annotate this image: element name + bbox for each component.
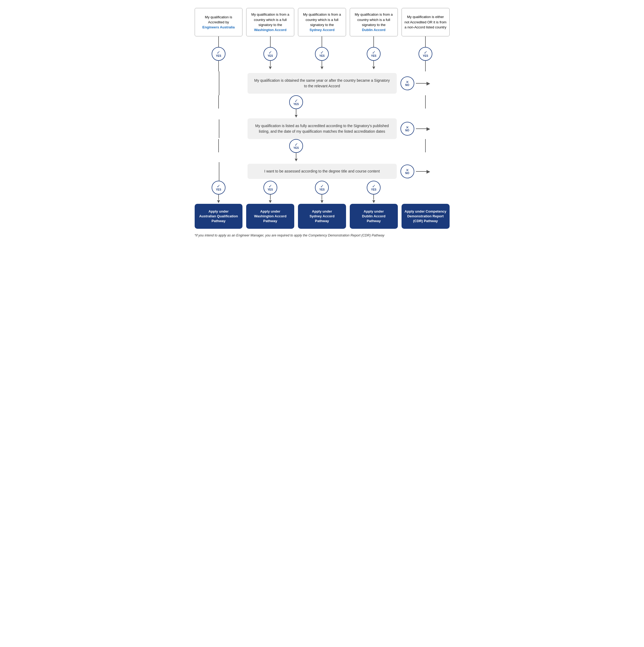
yes-circle-col3: ✓ YES — [315, 47, 329, 61]
top-box-2-text: My qualification is from a country which… — [251, 12, 289, 27]
top-box-1-text: My qualification isAccredited by — [205, 15, 233, 24]
yes-circle-mid2: ✓ YES — [289, 139, 303, 153]
no-label-2: NO — [405, 129, 409, 132]
yes-circle-outcome1: ✓ YES — [212, 181, 226, 195]
yes-circle-mid1: ✓ YES — [289, 95, 303, 109]
yes-circle-col4: ✓ YES — [367, 47, 381, 61]
arrow-right-1: ▶ — [427, 80, 430, 86]
yes-col5-connector: ✓ YES — [401, 37, 450, 71]
top-box-2: My qualification is from a country which… — [246, 8, 294, 37]
top-box-5-text: My qualification is either not Accredite… — [404, 14, 447, 30]
yes-col2-connector: ✓ YES ▼ — [246, 37, 294, 71]
yes-circle-outcome2: ✓ YES — [263, 181, 277, 195]
outcome-box-2[interactable]: Apply under Washington Accord Pathway — [246, 204, 294, 229]
mid-box-2: My qualification is listed as fully accr… — [248, 118, 397, 139]
arrow-col2: ▼ — [268, 65, 273, 70]
mid-box-3-text: I want to be assessed according to the d… — [264, 169, 380, 173]
no-circle-2: ✕ NO — [400, 122, 414, 136]
x-icon-1: ✕ — [406, 80, 409, 84]
check-icon-col3: ✓ — [320, 51, 324, 55]
mid-box-1: My qualification is obtained the same ye… — [248, 73, 397, 94]
washington-accord-link[interactable]: Washington Accord — [254, 28, 286, 32]
mid-box-3: I want to be assessed according to the d… — [248, 164, 397, 179]
x-icon-2: ✕ — [406, 126, 409, 129]
dublin-accord-link[interactable]: Dublin Accord — [362, 28, 385, 32]
outcome-box-5[interactable]: Apply under Competency Demonstration Rep… — [401, 204, 450, 229]
sydney-accord-link[interactable]: Sydney Accord — [309, 28, 334, 32]
outcome-box-2-text: Apply under Washington Accord Pathway — [254, 209, 286, 224]
yes-label-col1: YES — [216, 55, 221, 57]
yes-label-col3: YES — [319, 55, 325, 57]
yes-circle-col5: ✓ YES — [418, 47, 432, 61]
arrow-right-2: ▶ — [427, 126, 430, 132]
yes-label-col5: YES — [423, 55, 428, 57]
top-box-4-text: My qualification is from a country which… — [355, 12, 393, 27]
top-box-5: My qualification is either not Accredite… — [401, 8, 450, 37]
check-icon-col4: ✓ — [372, 51, 376, 55]
x-icon-3: ✕ — [406, 168, 409, 172]
top-boxes-row: My qualification isAccredited by Enginee… — [195, 8, 450, 37]
outcome-box-4-text: Apply under Dublin Accord Pathway — [362, 209, 385, 224]
yes-circle-outcome3: ✓ YES — [315, 181, 329, 195]
arrow-right-3: ▶ — [427, 168, 430, 174]
mid-box-1-text: My qualification is obtained the same ye… — [254, 78, 390, 88]
yes-col1-connector: ✓ YES — [195, 37, 243, 71]
yes-circle-col1: ✓ YES — [212, 47, 226, 61]
check-icon-col1: ✓ — [217, 51, 220, 55]
yes-col4-connector: ✓ YES ▼ — [350, 37, 398, 71]
top-box-1: My qualification isAccredited by Enginee… — [195, 8, 243, 37]
top-box-4: My qualification is from a country which… — [350, 8, 398, 37]
diagram-container: My qualification isAccredited by Enginee… — [195, 8, 450, 237]
arrow-col4: ▼ — [371, 65, 376, 70]
outcome-box-4[interactable]: Apply under Dublin Accord Pathway — [350, 204, 398, 229]
footer-text: *if you intend to apply as an Engineer M… — [195, 233, 385, 237]
no-label-1: NO — [405, 84, 409, 86]
top-box-3-text: My qualification is from a country which… — [303, 12, 341, 27]
yes-label-col2: YES — [268, 55, 273, 57]
check-icon-col2: ✓ — [268, 51, 272, 55]
mid-box-2-text: My qualification is listed as fully accr… — [255, 124, 389, 134]
check-icon-col5: ✓ — [424, 51, 427, 55]
yes-label-col4: YES — [371, 55, 376, 57]
yes-col3-connector: ✓ YES ▼ — [298, 37, 346, 71]
outcome-box-5-text: Apply under Competency Demonstration Rep… — [404, 209, 446, 224]
engineers-australia-link[interactable]: Engineers Australia — [202, 25, 235, 29]
arrow-mid2: ▼ — [294, 157, 299, 162]
outcome-box-1[interactable]: Apply under Australian Qualification Pat… — [195, 204, 243, 229]
top-box-3: My qualification is from a country which… — [298, 8, 346, 37]
no-label-3: NO — [405, 172, 409, 174]
arrow-mid1: ▼ — [294, 114, 299, 118]
outcome-box-3[interactable]: Apply under Sydney Accord Pathway — [298, 204, 346, 229]
outcome-box-1-text: Apply under Australian Qualification Pat… — [199, 209, 238, 224]
arrow-col3: ▼ — [320, 65, 325, 70]
yes-circle-col2: ✓ YES — [263, 47, 277, 61]
outcome-box-3-text: Apply under Sydney Accord Pathway — [309, 209, 334, 224]
yes-circle-outcome4: ✓ YES — [367, 181, 381, 195]
no-circle-3: ✕ NO — [400, 164, 414, 178]
footer-note: *if you intend to apply as an Engineer M… — [195, 233, 450, 237]
no-circle-1: ✕ NO — [400, 76, 414, 90]
